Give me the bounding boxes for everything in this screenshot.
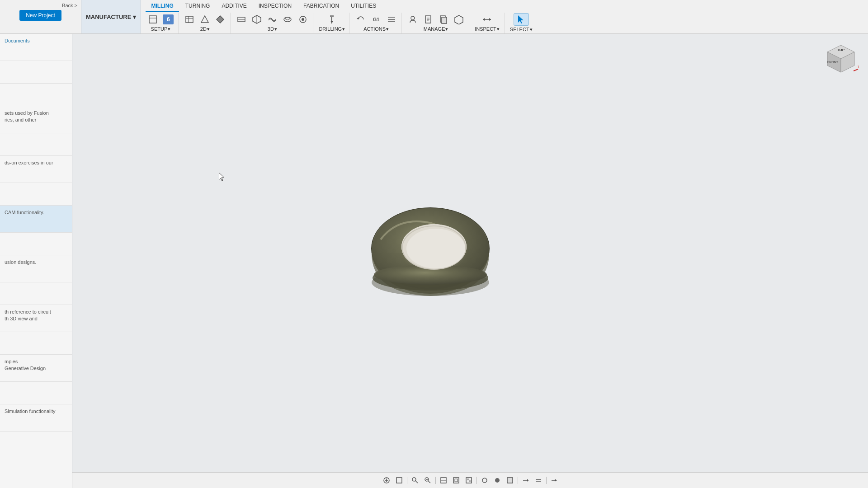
manage-btn-2[interactable] [421,14,435,25]
2d-btn-3[interactable] [213,14,227,25]
cursor [219,173,226,182]
2d-btn-1[interactable] [182,14,197,25]
setup-dropdown[interactable]: SETUP ▾ [149,25,173,33]
ribbon-group-drilling: DRILLING ▾ [314,13,350,33]
setup-chevron: ▾ [168,26,170,32]
3d-btn-3[interactable] [265,14,279,25]
manage-btn-1[interactable] [406,14,420,25]
actions-btn-3[interactable] [384,14,399,25]
manage-icons [406,14,466,25]
3d-btn-4[interactable] [280,14,295,25]
sidebar-item-11[interactable]: th reference to circuitth 3D view and [0,305,72,332]
new-project-button[interactable]: New Project [19,10,61,21]
bottom-icon-4[interactable] [451,475,461,485]
3d-btn-1[interactable] [234,14,249,25]
ribbon: 6 SETUP ▾ [141,13,868,33]
ring-model [358,190,503,316]
manage-btn-3[interactable] [436,14,451,25]
tab-bar: MILLING TURNING ADDITIVE INSPECTION FABR… [141,0,868,13]
tab-utilities[interactable]: UTILITIES [345,1,382,12]
inspect-label: INSPECT [475,26,496,32]
inspect-dropdown[interactable]: INSPECT ▾ [473,25,501,33]
back-button[interactable]: Back > [62,3,77,8]
sidebar-item-15[interactable]: Simulation functionality [0,404,72,432]
actions-dropdown[interactable]: ACTIONS ▾ [362,25,391,33]
2d-btn-2[interactable] [198,14,212,25]
select-icons [514,13,529,26]
sidebar-item-1[interactable] [0,61,72,84]
manage-btn-4[interactable] [452,14,466,25]
sidebar-item-5[interactable]: ds-on exercises in our [0,156,72,183]
sidebar-item-7[interactable]: CAM functionality. [0,206,72,233]
manage-chevron: ▾ [445,26,448,32]
tab-milling[interactable]: MILLING [146,1,179,12]
bottom-sep-2 [476,477,477,484]
inspect-icons [480,14,494,25]
svg-marker-29 [455,15,463,24]
select-dropdown[interactable]: SELECT ▾ [508,26,534,33]
manufacture-chevron: ▾ [133,14,136,20]
bottom-icon-1[interactable] [394,475,404,485]
manufacture-dropdown[interactable]: MANUFACTURE ▾ [81,0,141,33]
toolbar-left: Back > New Project [0,0,81,33]
bottom-icon-7[interactable] [492,475,502,485]
manage-dropdown[interactable]: MANAGE ▾ [422,25,450,33]
bottom-icon-9[interactable] [521,475,531,485]
sidebar-item-6[interactable] [0,183,72,206]
bottom-sep-0 [407,477,407,484]
tab-inspection[interactable]: INSPECTION [253,1,297,12]
drilling-dropdown[interactable]: DRILLING ▾ [317,25,347,33]
bottom-icon-zoom[interactable] [423,475,433,485]
actions-icon-3 [386,14,397,24]
nav-cube[interactable]: TOP FRONT X [823,43,859,79]
sidebar-item-text-15: Simulation functionality [5,408,56,414]
sidebar-item-12[interactable] [0,332,72,355]
svg-text:TOP: TOP [837,48,845,52]
setup-button[interactable] [146,14,160,25]
tab-additive[interactable]: ADDITIVE [216,1,252,12]
bottom-icon-11[interactable] [549,475,559,485]
sidebar-item-0[interactable]: Documents [0,34,72,61]
tab-fabrication[interactable]: FABRICATION [298,1,344,12]
3d-btn-2[interactable] [250,14,264,25]
bottom-icon-10[interactable] [533,475,543,485]
sidebar-item-8[interactable] [0,233,72,255]
svg-point-72 [495,478,500,483]
svg-point-11 [284,17,291,22]
3d-dropdown[interactable]: 3D ▾ [266,25,279,33]
bottom-sep-1 [435,477,436,484]
actions-btn-1[interactable] [354,14,368,25]
sidebar-item-13[interactable]: mplesGenerative Design [0,355,72,382]
bottom-icon-search[interactable] [410,475,420,485]
sidebar-item-text-0: Documents [5,38,30,43]
tab-turning[interactable]: TURNING [180,1,216,12]
2d-dropdown[interactable]: 2D ▾ [198,25,212,33]
svg-rect-70 [469,480,471,482]
bottom-icon-8[interactable] [505,475,515,485]
setup-6-icon: 6 [163,14,174,24]
svg-marker-16 [330,21,333,23]
3d-btn-5[interactable] [296,14,310,25]
select-chevron: ▾ [530,27,533,33]
bottom-icon-0[interactable] [382,475,392,485]
setup-6-button[interactable]: 6 [161,14,175,25]
svg-rect-73 [507,478,513,483]
sidebar-item-2[interactable] [0,84,72,106]
sidebar-item-4[interactable] [0,133,72,156]
sidebar-item-10[interactable] [0,282,72,305]
sidebar-item-14[interactable] [0,382,72,404]
drilling-icon [326,14,337,24]
drilling-btn[interactable] [325,14,339,25]
actions-btn-2[interactable]: G1 [369,14,383,25]
sidebar-item-3[interactable]: sets used by Fusionries, and other [0,106,72,133]
bottom-icon-3[interactable] [439,475,448,485]
inspect-btn[interactable] [480,14,494,25]
canvas-area[interactable]: TOP FRONT X [72,34,868,472]
bottom-icon-6[interactable] [480,475,490,485]
select-btn[interactable] [514,13,529,26]
bottom-icon-5[interactable] [464,475,474,485]
svg-marker-32 [483,18,485,21]
bottom-sep-4 [546,477,547,484]
sidebar-item-9[interactable]: usion designs. [0,255,72,282]
setup-label: SETUP [151,26,168,32]
